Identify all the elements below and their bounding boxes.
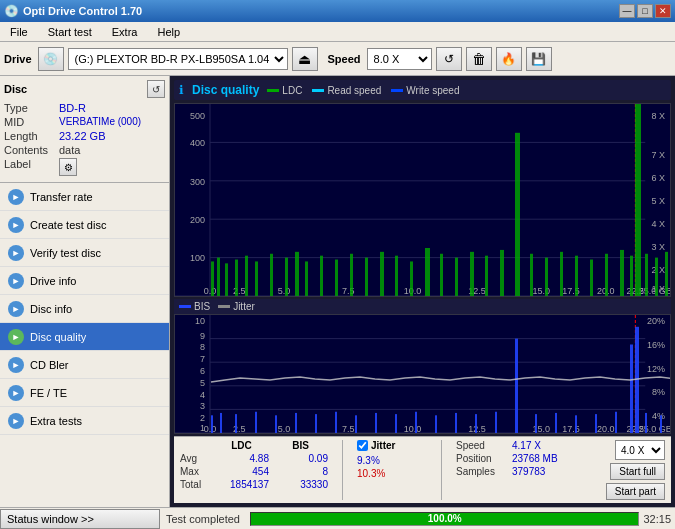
menu-extra[interactable]: Extra xyxy=(106,25,144,39)
max-bis: 8 xyxy=(273,466,328,477)
max-jitter: 10.3% xyxy=(357,468,427,479)
svg-rect-109 xyxy=(375,413,377,433)
svg-text:4 X: 4 X xyxy=(652,219,666,229)
svg-rect-51 xyxy=(470,252,474,296)
status-window-button[interactable]: Status window >> xyxy=(0,509,160,529)
speed-select-sm[interactable]: 4.0 X xyxy=(615,440,665,460)
cd-bler-icon: ► xyxy=(8,357,24,373)
sidebar-item-disc-info[interactable]: ► Disc info xyxy=(0,295,169,323)
menu-help[interactable]: Help xyxy=(151,25,186,39)
svg-text:10.0: 10.0 xyxy=(404,424,422,434)
sidebar-item-fe-te[interactable]: ► FE / TE xyxy=(0,379,169,407)
speed-stat-value: 4.17 X xyxy=(512,440,562,451)
disc-label-settings-button[interactable]: ⚙ xyxy=(59,158,77,176)
svg-rect-105 xyxy=(295,413,297,433)
svg-rect-116 xyxy=(515,339,518,433)
ldc-bis-stats: LDC BIS Avg 4.88 0.09 Max 454 8 Total 18… xyxy=(180,440,328,490)
svg-text:500: 500 xyxy=(190,111,205,121)
svg-text:5.0: 5.0 xyxy=(278,286,291,296)
legend-ldc: LDC xyxy=(282,85,302,96)
ldc-header: LDC xyxy=(214,440,269,451)
drive-label: Drive xyxy=(4,53,32,65)
svg-rect-63 xyxy=(635,104,641,296)
svg-text:300: 300 xyxy=(190,177,205,187)
speed-select[interactable]: 8.0 X xyxy=(367,48,432,70)
refresh-button[interactable]: ↺ xyxy=(436,47,462,71)
sidebar-item-cd-bler-label: CD Bler xyxy=(30,359,69,371)
menu-bar: File Start test Extra Help xyxy=(0,22,675,42)
svg-rect-47 xyxy=(410,261,413,296)
burn-button[interactable]: 🔥 xyxy=(496,47,522,71)
svg-rect-60 xyxy=(605,254,608,296)
position-value: 23768 MB xyxy=(512,453,562,464)
avg-label: Avg xyxy=(180,453,210,464)
speed-label: Speed xyxy=(328,53,361,65)
minimize-button[interactable]: — xyxy=(619,4,635,18)
disc-mid-row: MID VERBATIMe (000) xyxy=(4,116,165,128)
svg-rect-66 xyxy=(665,252,668,296)
sidebar-item-extra-tests[interactable]: ► Extra tests xyxy=(0,407,169,435)
start-part-button[interactable]: Start part xyxy=(606,483,665,500)
bis-header: BIS xyxy=(273,440,328,451)
svg-rect-55 xyxy=(530,254,533,296)
svg-rect-53 xyxy=(500,250,504,296)
sidebar-item-cd-bler[interactable]: ► CD Bler xyxy=(0,351,169,379)
menu-start-test[interactable]: Start test xyxy=(42,25,98,39)
svg-text:0.0: 0.0 xyxy=(204,286,217,296)
sidebar-item-verify-test-disc[interactable]: ► Verify test disc xyxy=(0,239,169,267)
svg-rect-115 xyxy=(495,412,497,433)
samples-value: 379783 xyxy=(512,466,562,477)
svg-text:2 X: 2 X xyxy=(652,265,666,275)
eject-button[interactable]: ⏏ xyxy=(292,47,318,71)
sidebar-item-disc-quality[interactable]: ► Disc quality xyxy=(0,323,169,351)
start-full-button[interactable]: Start full xyxy=(610,463,665,480)
sidebar: Disc ↺ Type BD-R MID VERBATIMe (000) Len… xyxy=(0,76,170,507)
disc-length-value: 23.22 GB xyxy=(59,130,165,142)
fe-te-icon: ► xyxy=(8,385,24,401)
disc-refresh-button[interactable]: ↺ xyxy=(147,80,165,98)
sidebar-item-create-test-disc[interactable]: ► Create test disc xyxy=(0,211,169,239)
svg-rect-64 xyxy=(645,254,648,296)
close-button[interactable]: ✕ xyxy=(655,4,671,18)
legend-jitter: Jitter xyxy=(233,301,255,312)
svg-rect-54 xyxy=(515,133,520,296)
svg-text:0.0: 0.0 xyxy=(204,424,217,434)
svg-rect-121 xyxy=(615,412,617,433)
svg-text:7 X: 7 X xyxy=(652,150,666,160)
save-button[interactable]: 💾 xyxy=(526,47,552,71)
test-completed-text: Test completed xyxy=(160,513,246,525)
avg-jitter: 9.3% xyxy=(357,455,427,466)
svg-rect-62 xyxy=(630,256,633,296)
svg-rect-59 xyxy=(590,260,593,296)
svg-rect-43 xyxy=(350,254,353,296)
sidebar-item-transfer-rate-label: Transfer rate xyxy=(30,191,93,203)
create-test-disc-icon: ► xyxy=(8,217,24,233)
drive-info-icon: ► xyxy=(8,273,24,289)
legend-read-speed: Read speed xyxy=(327,85,381,96)
svg-rect-37 xyxy=(270,254,273,296)
svg-text:5: 5 xyxy=(200,378,205,388)
svg-text:3: 3 xyxy=(200,401,205,411)
menu-file[interactable]: File xyxy=(4,25,34,39)
svg-text:7.5: 7.5 xyxy=(342,424,355,434)
jitter-checkbox[interactable] xyxy=(357,440,368,451)
total-label: Total xyxy=(180,479,210,490)
svg-rect-50 xyxy=(455,258,458,296)
disc-quality-icon: ► xyxy=(8,329,24,345)
svg-text:8 X: 8 X xyxy=(652,111,666,121)
svg-text:17.5: 17.5 xyxy=(562,424,580,434)
drive-select[interactable]: (G:) PLEXTOR BD-R PX-LB950SA 1.04 xyxy=(68,48,288,70)
maximize-button[interactable]: □ xyxy=(637,4,653,18)
svg-rect-52 xyxy=(485,256,488,296)
status-bar: Status window >> Test completed 100.0% 3… xyxy=(0,507,675,529)
app-icon: 💿 xyxy=(4,4,19,18)
erase-button[interactable]: 🗑 xyxy=(466,47,492,71)
svg-rect-117 xyxy=(535,414,537,433)
sidebar-item-transfer-rate[interactable]: ► Transfer rate xyxy=(0,183,169,211)
svg-rect-61 xyxy=(620,250,624,296)
drive-icon-btn[interactable]: 💿 xyxy=(38,47,64,71)
disc-mid-value: VERBATIMe (000) xyxy=(59,116,165,128)
svg-rect-102 xyxy=(235,414,237,433)
sidebar-item-drive-info[interactable]: ► Drive info xyxy=(0,267,169,295)
disc-section-title: Disc xyxy=(4,83,27,95)
